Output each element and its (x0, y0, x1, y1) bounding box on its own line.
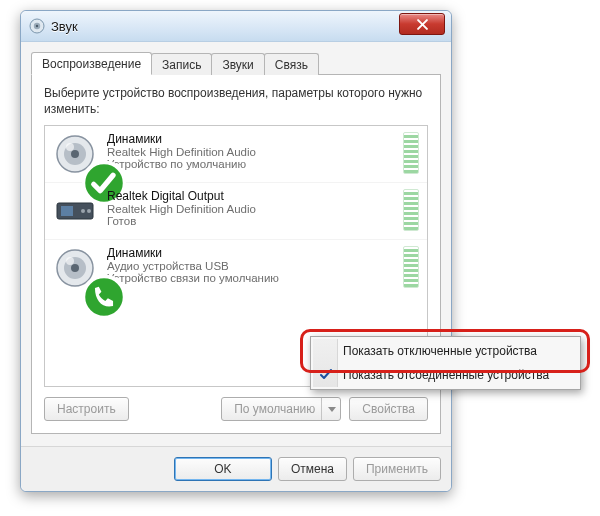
dialog-button-row: OK Отмена Применить (21, 446, 451, 491)
device-row[interactable]: Realtek Digital Output Realtek High Defi… (45, 183, 427, 240)
check-icon (318, 343, 334, 359)
svg-point-2 (36, 25, 38, 27)
level-meter (403, 189, 419, 231)
speaker-icon (53, 132, 97, 176)
device-status: Готов (107, 215, 403, 227)
level-meter (403, 246, 419, 288)
device-name: Динамики (107, 246, 403, 260)
cancel-button[interactable]: Отмена (278, 457, 347, 481)
device-status: Устройство по умолчанию (107, 158, 403, 170)
context-menu: Показать отключенные устройства Показать… (310, 336, 581, 390)
check-icon (318, 367, 334, 383)
level-meter (403, 132, 419, 174)
instruction-text: Выберите устройство воспроизведения, пар… (44, 85, 428, 117)
check-badge-icon (82, 161, 99, 178)
tab-comm[interactable]: Связь (264, 53, 319, 75)
close-button[interactable] (399, 13, 445, 35)
device-driver: Realtek High Definition Audio (107, 146, 403, 158)
svg-point-14 (71, 264, 79, 272)
device-name: Динамики (107, 132, 403, 146)
device-driver: Realtek High Definition Audio (107, 203, 403, 215)
svg-point-5 (71, 150, 79, 158)
set-default-label: По умолчанию (234, 402, 315, 416)
device-info: Динамики Аудио устройства USB Устройство… (107, 246, 403, 290)
menu-show-disconnected[interactable]: Показать отсоединенные устройства (313, 363, 578, 387)
window-title: Звук (51, 19, 78, 34)
tab-sounds[interactable]: Звуки (211, 53, 264, 75)
apply-button[interactable]: Применить (353, 457, 441, 481)
sound-dialog: Звук Воспроизведение Запись Звуки Связь … (20, 10, 452, 492)
svg-rect-9 (61, 206, 73, 216)
set-default-button[interactable]: По умолчанию (221, 397, 341, 421)
menu-item-label: Показать отключенные устройства (343, 344, 537, 358)
svg-point-16 (83, 277, 124, 318)
device-status: Устройство связи по умолчанию (107, 272, 403, 284)
digital-output-icon (53, 189, 97, 233)
chevron-down-icon[interactable] (321, 398, 336, 420)
device-name: Realtek Digital Output (107, 189, 403, 203)
panel-button-row: Настроить По умолчанию Свойства (44, 397, 428, 421)
device-info: Динамики Realtek High Definition Audio У… (107, 132, 403, 176)
tab-bar: Воспроизведение Запись Звуки Связь (31, 50, 441, 75)
svg-point-11 (87, 209, 91, 213)
tab-playback[interactable]: Воспроизведение (31, 52, 152, 75)
menu-show-disabled[interactable]: Показать отключенные устройства (313, 339, 578, 363)
device-info: Realtek Digital Output Realtek High Defi… (107, 189, 403, 233)
sound-app-icon (29, 18, 45, 34)
phone-badge-icon (82, 275, 99, 292)
tab-record[interactable]: Запись (151, 53, 212, 75)
device-row[interactable]: Динамики Realtek High Definition Audio У… (45, 126, 427, 183)
svg-point-10 (81, 209, 85, 213)
svg-point-6 (66, 143, 74, 151)
svg-point-15 (66, 257, 74, 265)
menu-item-label: Показать отсоединенные устройства (343, 368, 549, 382)
speaker-icon (53, 246, 97, 290)
titlebar[interactable]: Звук (21, 11, 451, 42)
ok-button[interactable]: OK (174, 457, 272, 481)
configure-button[interactable]: Настроить (44, 397, 129, 421)
device-row[interactable]: Динамики Аудио устройства USB Устройство… (45, 240, 427, 296)
properties-button[interactable]: Свойства (349, 397, 428, 421)
device-driver: Аудио устройства USB (107, 260, 403, 272)
